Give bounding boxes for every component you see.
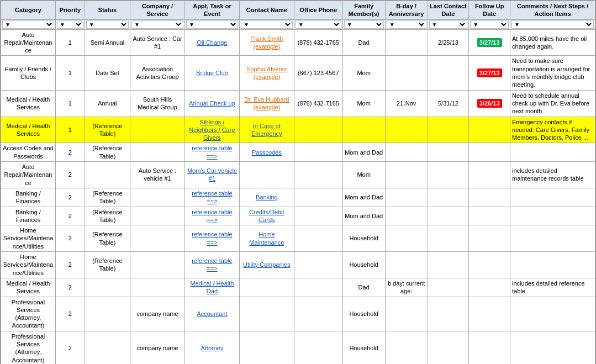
filter-followup[interactable]: ▼ [470,20,509,29]
cell-contact[interactable]: Sophia Alverez (example) [239,56,294,90]
filter-priority[interactable]: ▼ [57,20,83,29]
cell-family: Household [342,331,385,364]
cell-category: Medical / Health Services [1,117,56,143]
cell-priority: 2 [55,188,85,207]
cell-appt[interactable]: Oil Change [184,29,239,56]
cell-phone [294,225,342,252]
cell-last-contact [428,143,469,162]
cell-contact [239,297,294,331]
cell-contact[interactable]: Utility Companies [239,252,294,278]
cell-company: company name [130,297,185,331]
cell-last-contact: 5/31/12 [428,90,469,117]
cell-last-contact [428,278,469,297]
cell-company [130,252,185,278]
cell-appt[interactable]: reference table ==> [184,188,239,207]
cell-contact[interactable]: Banking [239,188,294,207]
cell-company: Auto Service : vehicle #1 [130,162,185,188]
table-row: Auto Repair/Maintenance1Semi AnnualAuto … [1,29,595,56]
cell-appt[interactable]: reference table ==> [184,252,239,278]
cell-follow-up [469,143,510,162]
filter-appt[interactable]: ▼ [186,20,238,29]
cell-last-contact: 2/25/13 [428,29,469,56]
filter-comments[interactable]: ▼ [511,20,594,29]
cell-phone [294,297,342,331]
follow-up-date-badge: 3/26/13 [477,99,502,108]
cell-appt[interactable]: Medical / Health Dad [184,278,239,297]
col-phone: Office Phone [294,1,342,20]
cell-contact[interactable]: Home Maintenance [239,225,294,252]
filter-family[interactable]: ▼ [344,20,384,29]
cell-phone: (667) 123 4567 [294,56,342,90]
cell-appt[interactable]: Siblings / Neighbors / Care Givers [184,117,239,143]
cell-comments [510,207,595,225]
cell-appt[interactable]: Attorney [184,331,239,364]
cell-contact[interactable]: Credits/Debit Cards [239,207,294,225]
cell-comments: Emergency contacts if needed: Care Giver… [510,117,595,143]
col-contact: Contact Name [239,1,294,20]
cell-contact[interactable]: Frank Smith (example) [239,29,294,56]
cell-priority: 1 [55,56,85,90]
cell-bday [385,252,428,278]
table-row: Family / Friends / Clubs1Date SetAssocia… [1,56,595,90]
cell-appt[interactable]: Bridge Club [184,56,239,90]
col-appt: Appt, Task or Event [184,1,239,20]
filter-category[interactable]: ▼ [2,20,54,29]
cell-bday [385,29,428,56]
cell-phone [294,331,342,364]
cell-appt[interactable]: Mom's Car vehicle #1 [184,162,239,188]
cell-company [130,225,185,252]
table-row: Banking / Finances2(Reference Table)refe… [1,188,595,207]
cell-company [130,143,185,162]
cell-status: Semi Annual [85,29,130,56]
cell-phone: (876) 432-7165 [294,90,342,117]
cell-contact[interactable]: Passcodes [239,143,294,162]
cell-comments: Need to make sure transportation is arra… [510,56,595,90]
cell-appt[interactable]: Accountant [184,297,239,331]
cell-priority: 1 [55,29,85,56]
cell-last-contact [428,331,469,364]
cell-phone [294,143,342,162]
cell-follow-up [469,117,510,143]
cell-priority: 1 [55,90,85,117]
cell-appt[interactable]: reference table ==> [184,225,239,252]
filter-phone[interactable]: ▼ [296,20,341,29]
cell-family: Mom [342,56,385,90]
cell-status: (Reference Table) [85,188,130,207]
filter-status[interactable]: ▼ [86,20,129,29]
header-row: Category Priority Status Company / Servi… [1,1,595,20]
cell-bday [385,207,428,225]
filter-contact[interactable]: ▼ [241,20,293,29]
col-comments: Comments / Next Steps / Action Items [510,1,595,20]
cell-category: Banking / Finances [1,207,56,225]
cell-comments [510,143,595,162]
cell-category: Banking / Finances [1,188,56,207]
cell-contact[interactable]: In Case of Emergency [239,117,294,143]
filter-company[interactable]: ▼ [131,20,183,29]
col-followup: Follow Up Date [469,1,510,20]
cell-bday [385,162,428,188]
cell-appt[interactable]: Annual Check up [184,90,239,117]
filter-bday[interactable]: ▼ [387,20,426,29]
cell-last-contact [428,117,469,143]
cell-phone [294,252,342,278]
cell-category: Auto Repair/Maintenance [1,29,56,56]
cell-appt[interactable]: reference table ==> [184,143,239,162]
cell-family: Household [342,297,385,331]
cell-priority: 2 [55,278,85,297]
col-lastcontact: Last Contact Date [428,1,469,20]
cell-family: Mom [342,162,385,188]
cell-status: (Reference Table) [85,207,130,225]
table-row: Medical / Health Services1AnnualSouth Hi… [1,90,595,117]
cell-status: (Reference Table) [85,225,130,252]
cell-contact [239,162,294,188]
table-row: Access Codes and Passwords2(Reference Ta… [1,143,595,162]
table-row: Medical / Health Services2Medical / Heal… [1,278,595,297]
col-category: Category [1,1,56,20]
cell-contact[interactable]: Dr. Eva Hubbard (example) [239,90,294,117]
cell-company [130,117,185,143]
cell-contact [239,278,294,297]
cell-appt[interactable]: reference table ==> [184,207,239,225]
cell-follow-up [469,278,510,297]
filter-lastcontact[interactable]: ▼ [429,20,468,29]
col-status: Status [85,1,130,20]
